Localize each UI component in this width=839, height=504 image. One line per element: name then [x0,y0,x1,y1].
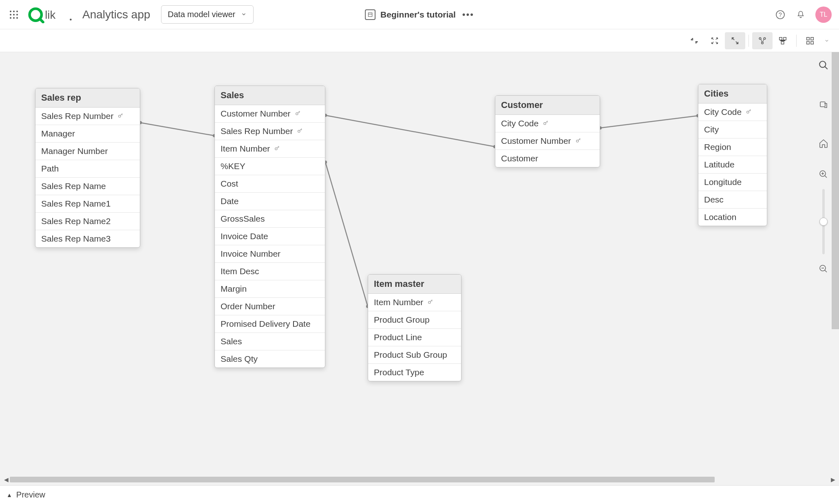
home-icon[interactable] [815,135,832,152]
internal-view-icon[interactable] [752,32,773,49]
field-row[interactable]: GrossSales [215,210,325,228]
field-row[interactable]: Manager Number [35,143,140,160]
table-card-item_master[interactable]: Item masterItem NumberProduct GroupProdu… [368,274,461,381]
field-row[interactable]: Location [698,209,767,226]
layout-dropdown[interactable] [820,38,833,43]
field-row[interactable]: Region [698,139,767,156]
field-row[interactable]: Manager [35,125,140,143]
table-header[interactable]: Item master [368,275,461,294]
layout-grid-icon[interactable] [800,32,820,49]
table-header[interactable]: Cities [698,84,767,103]
field-row[interactable]: Invoice Number [215,245,325,263]
field-label: Sales Rep Number [41,111,113,121]
field-row[interactable]: Sales Rep Name2 [35,213,140,230]
field-label: Manager [41,129,75,139]
field-row[interactable]: Sales Rep Number [215,123,325,140]
field-row[interactable]: Date [215,193,325,210]
field-row[interactable]: Customer Number [495,132,600,150]
table-card-customer[interactable]: CustomerCity CodeCustomer NumberCustomer [495,95,600,167]
field-label: Product Line [374,332,422,342]
field-row[interactable]: Promised Delivery Date [215,315,325,333]
svg-point-5 [16,14,18,15]
field-row[interactable]: Longitude [698,174,767,191]
field-row[interactable]: Item Number [368,294,461,311]
field-row[interactable]: Product Sub Group [368,346,461,364]
sheet-button[interactable]: Beginner's tutorial [365,9,456,20]
zoom-in-icon[interactable] [815,166,832,183]
scroll-right-icon[interactable]: ▶ [829,476,837,483]
field-row[interactable]: City Code [495,115,600,132]
lock-view-icon[interactable] [815,96,832,112]
separator [748,35,749,47]
field-row[interactable]: Sales [215,333,325,350]
center-group: Beginner's tutorial ••• [365,9,474,20]
field-row[interactable]: Sales Rep Number [35,108,140,125]
field-row[interactable]: Product Type [368,364,461,381]
field-row[interactable]: Product Group [368,311,461,329]
field-row[interactable]: Item Number [215,140,325,158]
search-icon[interactable] [815,57,832,73]
zoom-slider-thumb[interactable] [819,218,828,226]
svg-line-30 [325,115,495,147]
table-header[interactable]: Sales [215,86,325,105]
field-row[interactable]: City [698,121,767,139]
view-selector[interactable]: Data model viewer [161,5,254,24]
bell-icon[interactable] [795,9,806,20]
field-label: Sales Rep Name3 [41,234,110,244]
field-row[interactable]: Margin [215,280,325,298]
more-menu-icon[interactable]: ••• [462,9,474,20]
field-row[interactable]: Desc [698,191,767,209]
scroll-thumb[interactable] [10,477,715,482]
top-bar: lik Analytics app Data model viewer Begi… [0,0,839,29]
field-row[interactable]: Customer Number [215,105,325,123]
field-row[interactable]: %KEY [215,158,325,175]
field-row[interactable]: Path [35,160,140,178]
table-header[interactable]: Customer [495,96,600,115]
horizontal-scrollbar[interactable]: ◀ ▶ [2,475,837,484]
field-label: Location [704,212,736,222]
field-row[interactable]: Product Line [368,329,461,346]
field-row[interactable]: Customer [495,150,600,167]
field-label: Sales Qty [221,354,258,364]
svg-rect-21 [784,37,786,40]
field-row[interactable]: Sales Rep Name3 [35,230,140,247]
field-row[interactable]: Order Number [215,298,325,315]
table-header[interactable]: Sales rep [35,88,140,108]
scroll-left-icon[interactable]: ◀ [2,476,10,483]
field-row[interactable]: Latitude [698,156,767,174]
field-row[interactable]: Sales Rep Name1 [35,195,140,213]
field-row[interactable]: Sales Qty [215,350,325,368]
preview-bar[interactable]: ▲ Preview [0,485,839,504]
key-icon [427,297,434,307]
table-card-sales_rep[interactable]: Sales repSales Rep NumberManagerManager … [35,88,140,248]
field-row[interactable]: Sales Rep Name [35,178,140,195]
svg-point-44 [544,123,546,125]
field-row[interactable]: City Code [698,103,767,121]
table-card-cities[interactable]: CitiesCity CodeCityRegionLatitudeLongitu… [698,84,767,226]
field-label: Customer Number [501,136,571,146]
table-card-sales[interactable]: SalesCustomer NumberSales Rep NumberItem… [214,86,325,368]
user-avatar[interactable]: TL [815,7,832,23]
zoom-out-icon[interactable] [815,261,832,277]
svg-point-40 [296,113,298,115]
key-icon [575,136,582,146]
help-icon[interactable]: ? [775,9,786,20]
svg-point-7 [13,17,15,19]
canvas-wrap: Sales repSales Rep NumberManagerManager … [0,52,839,485]
data-model-canvas[interactable]: Sales repSales Rep NumberManagerManager … [0,52,839,485]
expand-icon[interactable] [725,32,745,49]
qlik-logo[interactable]: lik [28,6,73,23]
field-row[interactable]: Cost [215,175,325,193]
zoom-slider[interactable] [822,189,825,254]
view-selector-label: Data model viewer [168,10,236,19]
key-icon [117,111,124,121]
app-launcher-icon[interactable] [7,8,20,21]
field-row[interactable]: Item Desc [215,263,325,280]
collapse-star-icon[interactable] [704,32,725,49]
svg-rect-20 [779,37,782,40]
collapse-in-icon[interactable] [684,32,704,49]
field-row[interactable]: Invoice Date [215,228,325,245]
source-view-icon[interactable] [773,32,793,49]
scroll-track[interactable] [10,476,829,483]
field-label: Sales Rep Number [221,126,293,136]
